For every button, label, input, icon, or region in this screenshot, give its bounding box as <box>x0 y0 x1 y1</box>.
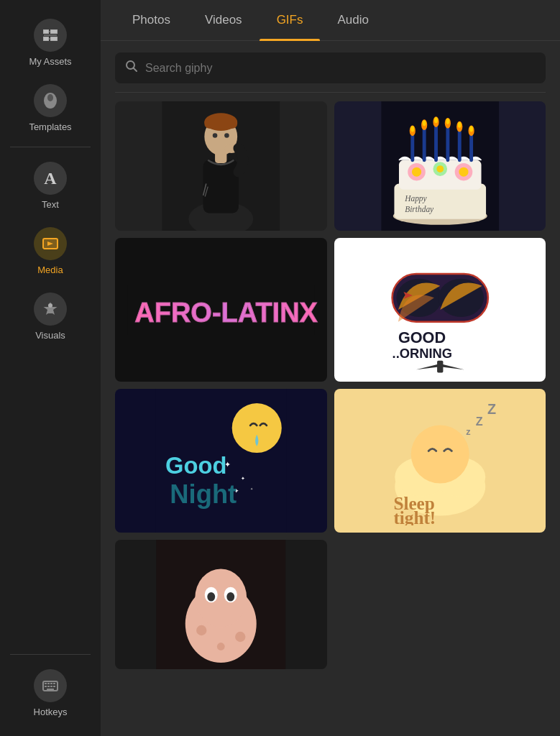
gif-item-goodmorning[interactable]: GOOD ..ORNING <box>334 238 546 382</box>
sidebar-divider-1 <box>10 147 91 147</box>
svg-rect-18 <box>47 689 54 690</box>
svg-point-30 <box>224 133 229 138</box>
media-tabs: Photos Videos GIFs Audio <box>101 0 560 41</box>
sidebar: My Assets Templates A Text Media <box>0 0 101 736</box>
svg-rect-15 <box>47 686 50 687</box>
svg-text:✦: ✦ <box>250 487 253 491</box>
svg-rect-73 <box>437 361 443 373</box>
svg-point-98 <box>226 592 234 602</box>
templates-icon <box>34 84 67 117</box>
media-label: Media <box>37 264 63 275</box>
my-assets-label: My Assets <box>29 56 71 67</box>
svg-point-94 <box>195 569 247 627</box>
svg-rect-48 <box>434 125 438 162</box>
sidebar-item-text[interactable]: A Text <box>0 155 101 217</box>
gif-item-sleep[interactable]: z Z Z Sleep tight! <box>334 389 546 533</box>
text-label: Text <box>42 199 59 210</box>
visuals-label: Visuals <box>35 330 65 341</box>
svg-rect-16 <box>50 686 52 687</box>
svg-text:✦: ✦ <box>241 475 245 482</box>
sidebar-item-hotkeys[interactable]: Hotkeys <box>0 662 101 724</box>
svg-point-59 <box>446 119 449 124</box>
svg-rect-46 <box>410 134 414 162</box>
svg-rect-14 <box>45 686 47 687</box>
sidebar-item-media[interactable]: Media <box>0 220 101 282</box>
svg-point-39 <box>411 167 421 177</box>
svg-text:Happy: Happy <box>404 194 427 203</box>
svg-rect-13 <box>53 683 55 684</box>
svg-point-57 <box>434 117 438 123</box>
svg-point-41 <box>436 165 444 172</box>
media-icon <box>34 227 67 260</box>
svg-text:Birthday: Birthday <box>405 205 434 214</box>
hotkeys-label: Hotkeys <box>34 707 68 717</box>
my-assets-icon <box>34 19 67 52</box>
tab-photos[interactable]: Photos <box>115 0 188 40</box>
svg-text:Good: Good <box>165 452 226 479</box>
svg-point-99 <box>196 625 206 635</box>
svg-text:tight!: tight! <box>393 508 436 525</box>
search-container <box>101 41 560 83</box>
sidebar-item-templates[interactable]: Templates <box>0 77 101 139</box>
svg-rect-50 <box>457 129 461 162</box>
svg-rect-3 <box>51 37 57 40</box>
main-content: Photos Videos GIFs Audio <box>101 0 560 736</box>
gif-grid: Happy Birthday <box>101 93 560 736</box>
svg-point-63 <box>469 126 473 132</box>
svg-point-55 <box>422 120 426 126</box>
svg-point-8 <box>48 303 52 308</box>
gif-item-latinx[interactable]: AFRO-LATINX <box>115 238 327 382</box>
tab-gifs[interactable]: GIFs <box>260 0 321 40</box>
gif-item-man[interactable] <box>115 101 327 231</box>
svg-rect-1 <box>51 30 57 33</box>
svg-text:..ORNING: ..ORNING <box>392 346 452 361</box>
search-icon <box>125 60 138 76</box>
svg-rect-10 <box>45 683 47 684</box>
svg-point-86 <box>410 426 469 484</box>
text-icon: A <box>34 162 67 195</box>
svg-point-43 <box>459 167 468 177</box>
svg-text:GOOD: GOOD <box>398 328 445 346</box>
svg-rect-17 <box>53 686 55 687</box>
svg-rect-11 <box>47 683 50 684</box>
search-input[interactable] <box>145 62 536 75</box>
svg-text:z: z <box>466 427 470 437</box>
svg-point-61 <box>457 122 461 128</box>
sidebar-divider-2 <box>10 654 91 655</box>
svg-rect-47 <box>422 128 426 162</box>
svg-rect-12 <box>50 683 52 684</box>
gif-item-extra[interactable] <box>115 540 327 669</box>
templates-label: Templates <box>29 121 71 132</box>
svg-rect-0 <box>44 30 48 33</box>
svg-rect-2 <box>44 37 48 40</box>
svg-text:Night: Night <box>170 479 237 509</box>
svg-text:AFRO-LATINX: AFRO-LATINX <box>134 298 318 328</box>
svg-point-29 <box>213 133 218 138</box>
svg-point-97 <box>207 592 215 602</box>
svg-point-101 <box>217 643 225 650</box>
sidebar-item-visuals[interactable]: Visuals <box>0 285 101 348</box>
sidebar-item-my-assets[interactable]: My Assets <box>0 12 101 74</box>
tab-videos[interactable]: Videos <box>188 0 260 40</box>
svg-point-5 <box>47 94 53 101</box>
search-bar <box>115 52 546 83</box>
svg-rect-49 <box>446 126 449 162</box>
visuals-icon <box>34 293 67 326</box>
svg-point-53 <box>410 126 414 132</box>
svg-text:Z: Z <box>487 401 495 417</box>
svg-rect-24 <box>203 160 239 213</box>
svg-rect-28 <box>204 118 237 129</box>
gif-item-goodnight[interactable]: ✦ ✦ ✦ ✦ Good Night <box>115 389 327 533</box>
tab-audio[interactable]: Audio <box>320 0 385 40</box>
hotkeys-icon <box>34 669 67 702</box>
svg-text:Z: Z <box>475 415 482 428</box>
svg-rect-51 <box>469 134 473 162</box>
svg-point-100 <box>235 632 245 642</box>
gif-item-cake[interactable]: Happy Birthday <box>334 101 546 231</box>
svg-line-20 <box>134 68 137 72</box>
